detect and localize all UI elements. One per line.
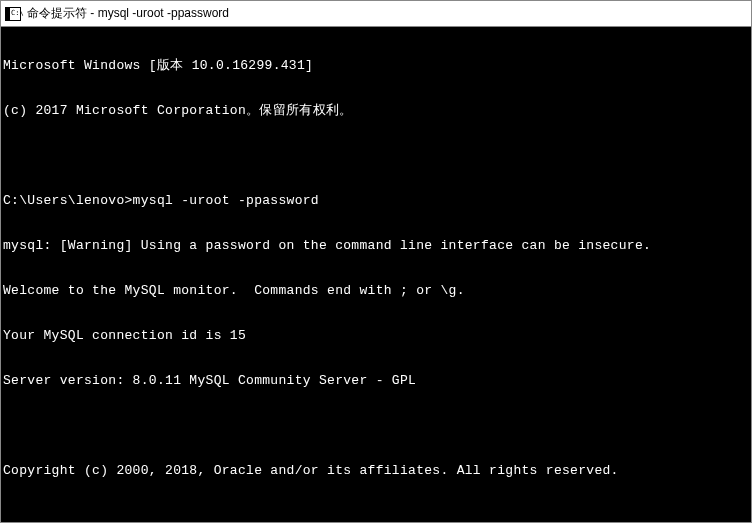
window-title: 命令提示符 - mysql -uroot -ppassword [27,5,229,22]
output-line [3,418,749,433]
output-line: mysql: [Warning] Using a password on the… [3,238,749,253]
output-line: Your MySQL connection id is 15 [3,328,749,343]
cmd-icon [5,7,21,21]
terminal-output[interactable]: Microsoft Windows [版本 10.0.16299.431] (c… [1,27,751,522]
output-line [3,508,749,522]
titlebar[interactable]: 命令提示符 - mysql -uroot -ppassword [1,1,751,27]
output-line: Copyright (c) 2000, 2018, Oracle and/or … [3,463,749,478]
output-line: Server version: 8.0.11 MySQL Community S… [3,373,749,388]
output-line: Microsoft Windows [版本 10.0.16299.431] [3,58,749,73]
output-line: (c) 2017 Microsoft Corporation。保留所有权利。 [3,103,749,118]
output-line [3,148,749,163]
prompt-line: C:\Users\lenovo>mysql -uroot -ppassword [3,193,749,208]
output-line: Welcome to the MySQL monitor. Commands e… [3,283,749,298]
command-prompt-window: 命令提示符 - mysql -uroot -ppassword Microsof… [0,0,752,523]
